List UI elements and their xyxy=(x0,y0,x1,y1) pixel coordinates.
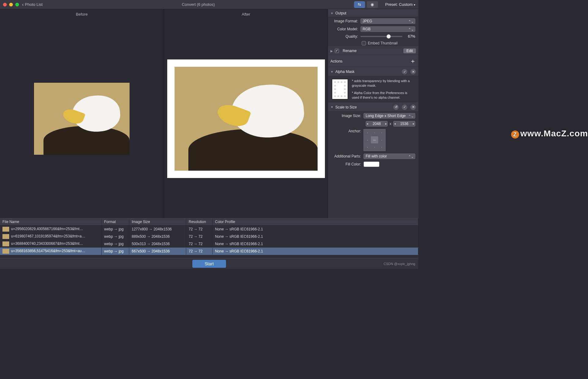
window-title: Convert (6 photos) xyxy=(46,2,351,7)
eye-icon: ◉ xyxy=(371,2,374,7)
fill-color-well[interactable] xyxy=(364,161,379,167)
before-header: Before xyxy=(0,9,164,19)
add-action-button[interactable]: ＋ xyxy=(410,57,416,65)
reset-action-button[interactable]: ↺ xyxy=(393,104,399,110)
image-format-select[interactable]: JPEG ⌃⌄ xyxy=(360,18,415,24)
output-title: Output xyxy=(335,11,346,15)
image-size-select[interactable]: Long Edge x Short Edge ⌃⌄ xyxy=(364,113,415,119)
actions-title: Actions xyxy=(330,59,342,63)
chevron-updown-icon: ⌃⌄ xyxy=(408,20,414,24)
table-row[interactable]: u=2956020829,4005667166&fm=253&fmt…webp … xyxy=(0,226,418,233)
rename-title: Rename xyxy=(343,49,356,53)
thumbnail-icon xyxy=(2,241,9,246)
col-header-imagesize[interactable]: Image Size xyxy=(129,218,186,225)
disclosure-triangle-icon: ▼ xyxy=(330,105,334,109)
anchor-grid[interactable]: ··· ·↔· ··· xyxy=(364,129,386,151)
quality-slider[interactable] xyxy=(360,36,402,37)
disclosure-triangle-icon: ▼ xyxy=(330,12,334,15)
scale-panel-header[interactable]: ▼ Scale to Size ↺ ✓ ✕ xyxy=(328,103,418,112)
quality-label: Quality: xyxy=(331,34,360,39)
disclosure-triangle-icon: ▼ xyxy=(330,70,334,74)
anchor-label: Anchor: xyxy=(331,129,364,133)
stepper-left-icon: ◂ xyxy=(367,122,368,125)
thumbnail-icon xyxy=(2,227,9,232)
compare-mode-button[interactable]: ⇆ xyxy=(354,1,365,8)
preset-dropdown[interactable]: Preset: Custom ▾ xyxy=(385,2,415,7)
remove-action-button[interactable]: ✕ xyxy=(410,69,416,74)
thumbnail-icon xyxy=(2,234,9,239)
stepper-right-icon: ▸ xyxy=(385,122,387,125)
embed-thumbnail-label: Embed Thumbnail xyxy=(368,41,398,45)
preview-mode-button[interactable]: ◉ xyxy=(367,1,378,8)
alpha-mask-thumbnail[interactable] xyxy=(332,79,348,100)
after-header: After xyxy=(164,9,328,19)
additional-parts-label: Additional Parts: xyxy=(331,154,364,158)
color-model-label: Color Model: xyxy=(331,27,360,31)
table-row[interactable]: u=619807467,1019195974&fm=253&fmt=a…webp… xyxy=(0,233,418,240)
apply-action-button[interactable]: ✓ xyxy=(402,104,407,110)
preset-label: Preset: Custom xyxy=(385,2,413,7)
chevron-updown-icon: ⌃⌄ xyxy=(408,28,414,32)
table-row[interactable]: u=3568163856,51475416&fm=253&fmt=au…webp… xyxy=(0,248,418,255)
remove-action-button[interactable]: ✕ xyxy=(410,104,416,110)
back-button[interactable]: ‹ Photo List xyxy=(22,2,43,7)
apply-action-button[interactable]: ✓ xyxy=(402,69,407,74)
color-model-select[interactable]: RGB ⌃⌄ xyxy=(360,26,415,32)
dimension-separator: x xyxy=(390,122,391,126)
rename-edit-button[interactable]: Edit xyxy=(403,48,416,53)
alpha-mask-desc-1: * adds transparency by blending with a g… xyxy=(352,79,415,88)
embed-thumbnail-checkbox[interactable] xyxy=(362,41,366,45)
additional-parts-select[interactable]: Fill with color ⌃⌄ xyxy=(364,153,415,159)
after-preview xyxy=(164,19,328,218)
stepper-left-icon: ◂ xyxy=(394,122,396,125)
thumbnail-icon xyxy=(2,249,9,254)
col-header-format[interactable]: Format xyxy=(102,218,129,225)
alpha-mask-desc-2: * Alpha Color from the Preferences is us… xyxy=(352,91,415,100)
alpha-mask-panel-header[interactable]: ▼ Alpha Mask ✓ ✕ xyxy=(328,67,418,76)
window-zoom-icon[interactable] xyxy=(15,3,19,6)
file-table-header: File Name Format Image Size Resolution C… xyxy=(0,218,418,226)
window-close-icon[interactable] xyxy=(3,3,7,6)
image-size-label: Image Size: xyxy=(331,114,364,118)
scale-title: Scale to Size xyxy=(335,105,357,109)
actions-panel-header: Actions ＋ xyxy=(328,55,418,67)
image-format-label: Image Format: xyxy=(331,19,360,23)
col-header-resolution[interactable]: Resolution xyxy=(186,218,213,225)
fill-color-label: Fill Color: xyxy=(331,162,364,166)
stepper-right-icon: ▸ xyxy=(413,122,414,125)
chevron-left-icon: ‹ xyxy=(22,2,24,7)
back-label: Photo List xyxy=(25,2,43,7)
col-header-filename[interactable]: File Name xyxy=(0,218,102,225)
quality-percent: 67% xyxy=(402,34,415,39)
height-stepper[interactable]: ◂ 1536 ▸ xyxy=(393,121,415,127)
credits-text: CSDN @xuyic_jghng xyxy=(384,262,416,266)
chevron-down-icon: ▾ xyxy=(414,3,415,6)
disclosure-triangle-icon: ▶ xyxy=(330,49,333,53)
chevron-updown-icon: ⌃⌄ xyxy=(408,114,414,118)
table-row[interactable]: u=3688400740,2343300667&fm=253&fmt…webp … xyxy=(0,240,418,248)
before-preview xyxy=(0,19,164,218)
rename-checkbox[interactable] xyxy=(335,49,339,53)
alpha-mask-title: Alpha Mask xyxy=(335,70,355,74)
rename-panel-header[interactable]: ▶ Rename Edit xyxy=(328,47,418,55)
width-stepper[interactable]: ◂ 2048 ▸ xyxy=(366,121,388,127)
start-button[interactable]: Start xyxy=(192,260,226,268)
output-panel-header[interactable]: ▼ Output xyxy=(328,9,418,17)
chevron-updown-icon: ⌃⌄ xyxy=(408,155,414,159)
col-header-colorprofile[interactable]: Color Profile xyxy=(213,218,418,225)
window-minimize-icon[interactable] xyxy=(9,3,13,6)
compare-icon: ⇆ xyxy=(358,2,361,7)
